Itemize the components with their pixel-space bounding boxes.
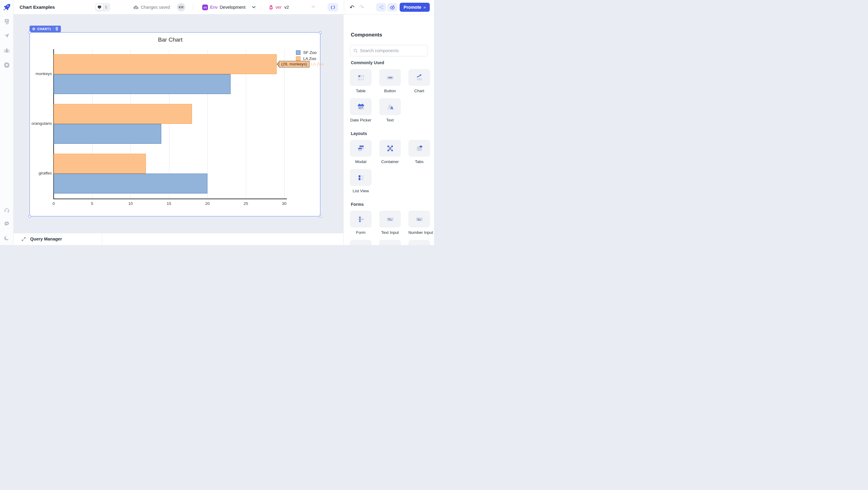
y-category-label: orangutans	[30, 121, 52, 126]
redo-button[interactable]: ↷	[359, 0, 364, 14]
query-manager-bar[interactable]: Query Manager	[13, 233, 343, 245]
chart-legend: SF ZooLA Zoo	[296, 50, 316, 62]
component-card-password-input[interactable]: Password Input	[350, 240, 372, 245]
legend-swatch	[296, 56, 301, 61]
legend-item-la-zoo[interactable]: LA Zoo	[296, 56, 316, 61]
resize-handle-bottom-left[interactable]	[28, 215, 31, 218]
resize-handle-top-left[interactable]	[28, 31, 31, 34]
datepicker-icon	[379, 240, 401, 245]
bar-chart[interactable]: Bar Chart051015202530monkeysorangutansgi…	[30, 33, 320, 216]
section-grid: TableButtonChartDate PickerAAText	[350, 69, 430, 122]
text-icon: AA	[379, 98, 401, 115]
component-search	[350, 45, 428, 56]
tooltip-text: (29, monkeys)	[279, 61, 310, 67]
env-icon: {x}	[202, 4, 208, 10]
section-grid: FormTText Input1Number InputPassword Inp…	[350, 211, 430, 245]
x-gridline-30	[284, 49, 284, 198]
hover-tooltip: (29, monkeys)LA Zoo	[277, 61, 324, 67]
resize-handle-bottom-right[interactable]	[319, 215, 321, 218]
x-tick-label: 5	[86, 201, 98, 206]
divider	[193, 4, 193, 10]
component-label: Date Picker	[350, 118, 372, 122]
section-label: Layouts	[351, 131, 430, 136]
component-card-text-input[interactable]: TText Input	[379, 211, 401, 235]
autosave-status: Changes saved	[133, 0, 170, 14]
divider	[53, 27, 53, 30]
tooltip-trace-label: LA Zoo	[311, 62, 324, 66]
version-selector[interactable]: ver v2	[269, 0, 289, 14]
sidebar-chat-icon[interactable]	[4, 221, 10, 227]
component-card-chart[interactable]: Chart	[408, 69, 430, 93]
sidebar-dark-mode-icon[interactable]	[4, 235, 10, 241]
sidebar-settings-icon[interactable]	[4, 62, 10, 68]
component-sections: Commonly UsedTableButtonChartDate Picker…	[350, 60, 430, 245]
sidebar-pages-icon[interactable]	[4, 18, 10, 24]
component-label: Form	[350, 230, 372, 235]
expand-icon[interactable]	[21, 237, 26, 242]
x-axis-line	[54, 198, 287, 199]
share-icon	[379, 5, 384, 10]
y-category-label: giraffes	[30, 171, 52, 175]
sidebar-navigator-icon[interactable]	[4, 33, 10, 39]
canvas[interactable]: CHART1 Bar Chart051015202530monkeysorang…	[13, 14, 343, 233]
section-label: Commonly Used	[351, 60, 430, 65]
chart-icon	[408, 69, 430, 86]
sync-icon	[331, 5, 335, 10]
component-card-checkbox[interactable]: Checkbox	[408, 240, 430, 245]
component-card-date-picker[interactable]: Date Picker	[379, 240, 401, 245]
widget-settings-icon[interactable]	[32, 27, 36, 31]
table-icon	[350, 69, 372, 86]
sync-button[interactable]	[328, 3, 338, 11]
component-card-text[interactable]: AAText	[379, 98, 401, 122]
divider	[102, 233, 102, 245]
mobile-toggle-button[interactable]	[103, 4, 110, 10]
page-title: Chart Examples	[20, 0, 55, 14]
component-card-tabs[interactable]: Tabs	[408, 140, 430, 164]
sidebar-debug-icon[interactable]	[4, 47, 10, 54]
bar-sf-zoo-giraffes[interactable]	[54, 174, 207, 193]
component-label: Text Input	[379, 230, 401, 235]
widget-delete-icon[interactable]	[55, 27, 59, 31]
chart-widget[interactable]: CHART1 Bar Chart051015202530monkeysorang…	[30, 32, 320, 216]
promote-button[interactable]: Promote»	[400, 3, 430, 12]
datepicker-icon	[350, 98, 372, 115]
bar-sf-zoo-orangutans[interactable]	[54, 124, 161, 144]
bar-la-zoo-orangutans[interactable]	[54, 104, 192, 124]
component-label: Chart	[408, 89, 430, 93]
svg-text:T: T	[388, 218, 390, 221]
component-card-form[interactable]: Form	[350, 211, 372, 235]
listview-icon	[350, 169, 372, 186]
component-card-number-input[interactable]: 1Number Input	[408, 211, 430, 235]
panel-title: Components	[351, 32, 382, 38]
search-input[interactable]	[360, 48, 425, 53]
phone-icon	[104, 5, 108, 9]
monitor-icon	[97, 5, 101, 9]
sidebar-support-icon[interactable]	[4, 207, 10, 214]
bar-sf-zoo-monkeys[interactable]	[54, 74, 230, 94]
component-label: Button	[379, 89, 401, 93]
x-tick-label: 10	[124, 201, 136, 206]
bar-la-zoo-giraffes[interactable]	[54, 154, 146, 174]
widget-tag: CHART1	[30, 26, 61, 32]
modal-icon	[350, 140, 372, 157]
component-card-modal[interactable]: Modal	[350, 140, 372, 164]
component-card-table[interactable]: Table	[350, 69, 372, 93]
component-label: Modal	[350, 159, 372, 164]
component-card-container[interactable]: Container	[379, 140, 401, 164]
textinput-icon: T	[379, 211, 401, 227]
undo-button[interactable]: ↶	[350, 0, 354, 14]
app-logo-rocket-icon[interactable]	[3, 3, 11, 11]
bar-la-zoo-monkeys[interactable]	[54, 54, 277, 74]
checkbox-icon	[408, 240, 430, 245]
resize-handle-top-right[interactable]	[319, 31, 321, 34]
share-button[interactable]	[376, 3, 386, 11]
component-card-button[interactable]: Button	[379, 69, 401, 93]
desktop-toggle-button[interactable]	[96, 4, 103, 10]
chevron-down-icon[interactable]	[311, 5, 315, 8]
legend-item-sf-zoo[interactable]: SF Zoo	[296, 50, 316, 55]
component-card-list-view[interactable]: List View	[350, 169, 372, 193]
avatar[interactable]: KR	[177, 3, 185, 11]
component-card-date-picker[interactable]: Date Picker	[350, 98, 372, 122]
env-selector[interactable]: {x} Env Development	[202, 0, 255, 14]
preview-eye-button[interactable]	[387, 3, 397, 11]
